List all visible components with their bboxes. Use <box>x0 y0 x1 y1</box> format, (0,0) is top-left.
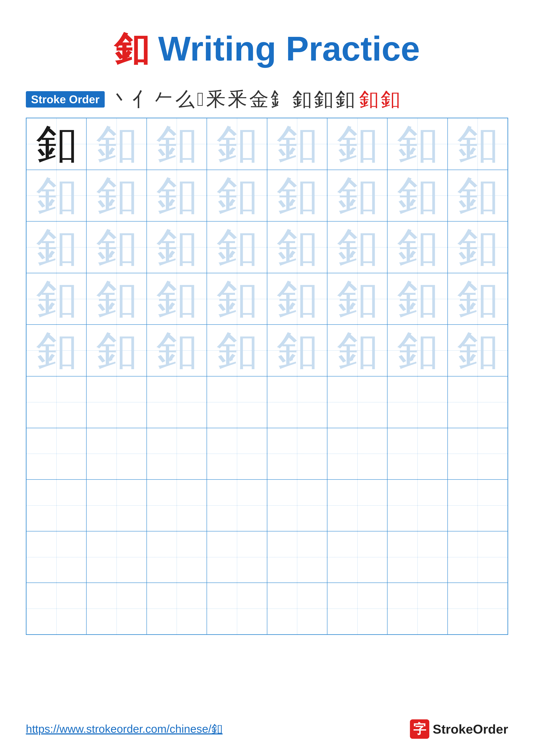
cell-r2-c2[interactable]: 釦 <box>87 170 146 222</box>
cell-r10-c3[interactable] <box>147 583 207 634</box>
cell-r5-c1[interactable]: 釦 <box>26 325 87 376</box>
cell-r4-c3[interactable]: 釦 <box>147 273 207 325</box>
char-r5-c8: 釦 <box>457 330 498 371</box>
char-r1-c3: 釦 <box>156 123 197 164</box>
cell-r10-c8[interactable] <box>447 583 508 634</box>
cell-r1-c7[interactable]: 釦 <box>387 118 447 170</box>
cell-r6-c8[interactable] <box>447 376 508 428</box>
cell-r5-c4[interactable]: 釦 <box>207 325 267 376</box>
cell-r5-c8[interactable]: 釦 <box>447 325 508 376</box>
cell-r6-c4[interactable] <box>207 376 267 428</box>
cell-r8-c7[interactable] <box>387 479 447 531</box>
cell-r1-c3[interactable]: 釦 <box>147 118 207 170</box>
cell-r4-c2[interactable]: 釦 <box>87 273 146 325</box>
cell-r7-c5[interactable] <box>267 428 327 480</box>
cell-r9-c4[interactable] <box>207 531 267 583</box>
cell-r3-c8[interactable]: 釦 <box>447 221 508 273</box>
cell-r8-c6[interactable] <box>327 479 387 531</box>
cell-r2-c7[interactable]: 釦 <box>387 170 447 222</box>
char-r1-c5: 釦 <box>277 123 318 164</box>
cell-r3-c6[interactable]: 釦 <box>327 221 387 273</box>
cell-r8-c2[interactable] <box>87 479 146 531</box>
cell-r8-c4[interactable] <box>207 479 267 531</box>
cell-r6-c3[interactable] <box>147 376 207 428</box>
cell-r10-c2[interactable] <box>87 583 146 634</box>
cell-r5-c3[interactable]: 釦 <box>147 325 207 376</box>
char-r4-c8: 釦 <box>457 279 498 319</box>
cell-r1-c8[interactable]: 釦 <box>447 118 508 170</box>
writing-grid: 釦 釦 釦 釦 釦 釦 釦 釦 釦 釦 釦 釦 釦 釦 釦 釦 釦 釦 釦 釦 … <box>26 118 508 635</box>
char-r4-c2: 釦 <box>96 279 137 319</box>
cell-r3-c3[interactable]: 釦 <box>147 221 207 273</box>
char-r3-c3: 釦 <box>156 227 197 268</box>
cell-r6-c5[interactable] <box>267 376 327 428</box>
cell-r5-c7[interactable]: 釦 <box>387 325 447 376</box>
cell-r8-c3[interactable] <box>147 479 207 531</box>
cell-r7-c1[interactable] <box>26 428 87 480</box>
cell-r3-c1[interactable]: 釦 <box>26 221 87 273</box>
cell-r5-c2[interactable]: 釦 <box>87 325 146 376</box>
cell-r10-c5[interactable] <box>267 583 327 634</box>
char-r3-c7: 釦 <box>397 227 438 268</box>
footer-url[interactable]: https://www.strokeorder.com/chinese/釦 <box>26 721 222 737</box>
cell-r2-c6[interactable]: 釦 <box>327 170 387 222</box>
cell-r2-c3[interactable]: 釦 <box>147 170 207 222</box>
stroke-5: 𠂻 <box>197 90 204 109</box>
cell-r2-c4[interactable]: 釦 <box>207 170 267 222</box>
cell-r6-c6[interactable] <box>327 376 387 428</box>
cell-r1-c4[interactable]: 釦 <box>207 118 267 170</box>
cell-r4-c7[interactable]: 釦 <box>387 273 447 325</box>
cell-r3-c4[interactable]: 釦 <box>207 221 267 273</box>
cell-r9-c8[interactable] <box>447 531 508 583</box>
char-r2-c2: 釦 <box>96 175 137 216</box>
stroke-7: 釆 <box>228 90 247 109</box>
cell-r6-c2[interactable] <box>87 376 146 428</box>
cell-r7-c4[interactable] <box>207 428 267 480</box>
cell-r9-c7[interactable] <box>387 531 447 583</box>
char-r3-c4: 釦 <box>216 227 257 268</box>
cell-r4-c6[interactable]: 釦 <box>327 273 387 325</box>
cell-r6-c1[interactable] <box>26 376 87 428</box>
cell-r9-c1[interactable] <box>26 531 87 583</box>
cell-r2-c1[interactable]: 釦 <box>26 170 87 222</box>
cell-r1-c5[interactable]: 釦 <box>267 118 327 170</box>
cell-r10-c4[interactable] <box>207 583 267 634</box>
cell-r1-c1[interactable]: 釦 <box>26 118 87 170</box>
char-r2-c8: 釦 <box>457 175 498 216</box>
cell-r4-c8[interactable]: 釦 <box>447 273 508 325</box>
cell-r6-c7[interactable] <box>387 376 447 428</box>
cell-r3-c5[interactable]: 釦 <box>267 221 327 273</box>
cell-r8-c1[interactable] <box>26 479 87 531</box>
cell-r10-c1[interactable] <box>26 583 87 634</box>
cell-r2-c5[interactable]: 釦 <box>267 170 327 222</box>
cell-r3-c7[interactable]: 釦 <box>387 221 447 273</box>
cell-r7-c8[interactable] <box>447 428 508 480</box>
cell-r7-c7[interactable] <box>387 428 447 480</box>
footer: https://www.strokeorder.com/chinese/釦 字 … <box>26 719 508 739</box>
cell-r7-c2[interactable] <box>87 428 146 480</box>
cell-r3-c2[interactable]: 釦 <box>87 221 146 273</box>
stroke-4: 么 <box>175 90 195 109</box>
cell-r1-c2[interactable]: 釦 <box>87 118 146 170</box>
cell-r7-c3[interactable] <box>147 428 207 480</box>
cell-r9-c5[interactable] <box>267 531 327 583</box>
cell-r2-c8[interactable]: 釦 <box>447 170 508 222</box>
cell-r8-c5[interactable] <box>267 479 327 531</box>
cell-r4-c1[interactable]: 釦 <box>26 273 87 325</box>
char-r1-c8: 釦 <box>457 123 498 164</box>
cell-r5-c5[interactable]: 釦 <box>267 325 327 376</box>
cell-r9-c3[interactable] <box>147 531 207 583</box>
cell-r9-c6[interactable] <box>327 531 387 583</box>
cell-r9-c2[interactable] <box>87 531 146 583</box>
cell-r1-c6[interactable]: 釦 <box>327 118 387 170</box>
cell-r8-c8[interactable] <box>447 479 508 531</box>
cell-r4-c5[interactable]: 釦 <box>267 273 327 325</box>
cell-r10-c7[interactable] <box>387 583 447 634</box>
char-r5-c1: 釦 <box>36 330 77 371</box>
cell-r5-c6[interactable]: 釦 <box>327 325 387 376</box>
char-r2-c7: 釦 <box>397 175 438 216</box>
cell-r10-c6[interactable] <box>327 583 387 634</box>
char-r1-c1: 釦 <box>36 123 77 164</box>
cell-r7-c6[interactable] <box>327 428 387 480</box>
cell-r4-c4[interactable]: 釦 <box>207 273 267 325</box>
